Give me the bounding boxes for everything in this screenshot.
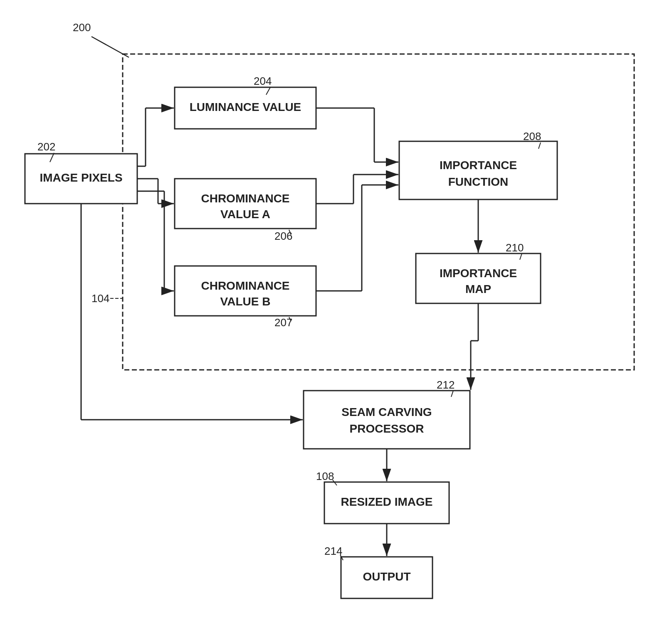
- importance-map-line2: MAP: [465, 283, 491, 295]
- chrom-b-line1: CHROMINANCE: [201, 279, 289, 292]
- importance-map-line1: IMPORTANCE: [440, 267, 517, 280]
- seam-carving-line1: SEAM CARVING: [341, 406, 432, 418]
- ref-210: 210: [506, 241, 524, 254]
- luminance-label: LUMINANCE VALUE: [190, 101, 301, 113]
- importance-function-line2: FUNCTION: [448, 175, 509, 188]
- seam-carving-box: [304, 391, 470, 449]
- chrom-a-line2: VALUE A: [220, 208, 270, 221]
- ref-208: 208: [523, 130, 541, 143]
- ref-214: 214: [324, 545, 342, 557]
- ref-202: 202: [37, 140, 55, 153]
- seam-carving-line2: PROCESSOR: [350, 422, 424, 435]
- diagram-container: 200 104 IMAGE PIXELS 202 LUMINANCE VALUE…: [0, 0, 672, 625]
- output-label: OUTPUT: [363, 570, 410, 583]
- ref-104: 104: [91, 292, 109, 305]
- ref-200: 200: [73, 21, 91, 34]
- ref-204: 204: [254, 75, 272, 87]
- importance-function-line1: IMPORTANCE: [440, 159, 517, 172]
- ref-212: 212: [437, 379, 455, 391]
- resized-image-label: RESIZED IMAGE: [341, 495, 433, 508]
- chrom-a-line1: CHROMINANCE: [201, 192, 289, 205]
- chrom-b-line2: VALUE B: [220, 295, 271, 308]
- image-pixels-label: IMAGE PIXELS: [40, 171, 122, 184]
- ref-108: 108: [316, 470, 334, 482]
